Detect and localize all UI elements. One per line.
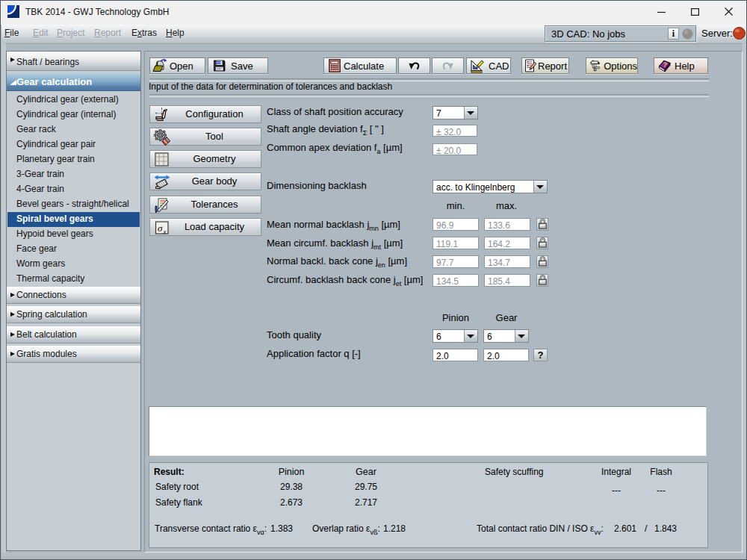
svg-text:σ: σ — [158, 223, 163, 234]
svg-text:x: x — [163, 228, 167, 235]
